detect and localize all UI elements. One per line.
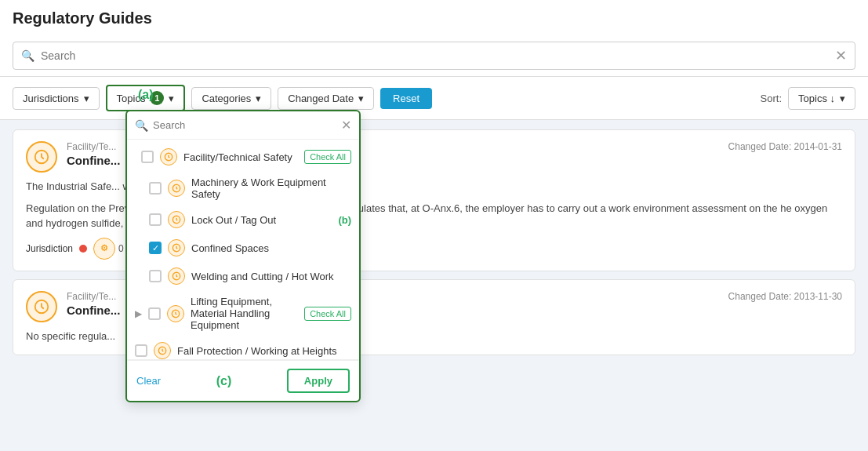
reset-button[interactable]: Reset bbox=[380, 88, 432, 109]
dropdown-search-bar: 🔍 ✕ bbox=[127, 111, 359, 140]
jurisdictions-label: Jurisdictions bbox=[23, 93, 79, 104]
welding-checkbox[interactable] bbox=[149, 270, 162, 282]
search-input[interactable] bbox=[41, 49, 835, 62]
categories-chevron-icon: ▾ bbox=[256, 93, 261, 104]
dropdown-search-input[interactable] bbox=[153, 119, 336, 131]
confined-checkbox[interactable] bbox=[149, 242, 162, 254]
jurisdiction-label: Jurisdiction bbox=[26, 243, 73, 254]
lifting-topic-label: Lifting Equipment, Material Handling Equ… bbox=[191, 296, 298, 331]
dropdown-item-lockout[interactable]: Lock Out / Tag Out (b) bbox=[127, 205, 359, 234]
clear-button[interactable]: Clear bbox=[136, 375, 161, 387]
fall-checkbox[interactable] bbox=[135, 344, 147, 357]
sort-section: Sort: Topics ↓ ▾ bbox=[761, 87, 855, 110]
categories-label: Categories bbox=[202, 93, 251, 104]
lockout-topic-label: Lock Out / Tag Out bbox=[191, 214, 332, 226]
facility-topic-label: Facility/Technical Safety bbox=[183, 151, 298, 163]
dropdown-search-icon: 🔍 bbox=[135, 119, 148, 132]
sort-select[interactable]: Topics ↓ ▾ bbox=[788, 87, 855, 110]
lifting-expand-arrow[interactable]: ▶ bbox=[135, 308, 142, 319]
page-title: Regulatory Guides bbox=[13, 9, 855, 35]
dropdown-search-clear-icon[interactable]: ✕ bbox=[341, 118, 351, 133]
topics-dropdown: (a) 🔍 ✕ Facility/Technical Safety Check … bbox=[125, 110, 361, 402]
dropdown-item-facility[interactable]: Facility/Technical Safety Check All bbox=[127, 143, 359, 171]
dropdown-list: Facility/Technical Safety Check All Mach… bbox=[127, 140, 359, 359]
sort-chevron-icon: ▾ bbox=[840, 93, 845, 104]
annotation-b-label: (b) bbox=[338, 214, 351, 226]
lockout-topic-icon bbox=[168, 211, 185, 228]
changed-date: Changed Date: 2014-01-31 bbox=[728, 141, 842, 152]
dropdown-item-fall[interactable]: Fall Protection / Working at Heights bbox=[127, 336, 359, 359]
dropdown-item-machinery[interactable]: Machinery & Work Equipment Safety bbox=[127, 171, 359, 205]
facility-checkbox[interactable] bbox=[141, 151, 154, 163]
jurisdiction-dot bbox=[79, 245, 87, 253]
changed-date-filter-btn[interactable]: Changed Date ▾ bbox=[278, 87, 374, 110]
jurisdictions-filter-btn[interactable]: Jurisdictions ▾ bbox=[13, 87, 100, 110]
dropdown-item-confined[interactable]: Confined Spaces bbox=[127, 234, 359, 262]
topics-chevron-icon: ▾ bbox=[169, 93, 174, 104]
confined-topic-icon bbox=[168, 239, 185, 256]
app-container: Regulatory Guides 🔍 ✕ Jurisdictions ▾ To… bbox=[0, 0, 868, 451]
lockout-checkbox[interactable] bbox=[149, 213, 162, 226]
jurisdictions-chevron-icon: ▾ bbox=[84, 93, 89, 104]
lifting-topic-icon bbox=[167, 305, 184, 322]
welding-topic-label: Welding and Cutting / Hot Work bbox=[191, 271, 351, 282]
sort-value: Topics ↓ bbox=[798, 93, 835, 104]
dropdown-footer: Clear (c) Apply bbox=[127, 360, 359, 401]
categories-filter-btn[interactable]: Categories ▾ bbox=[191, 87, 271, 110]
search-icon: 🔍 bbox=[21, 49, 35, 62]
welding-topic-icon bbox=[168, 267, 185, 285]
search-clear-icon[interactable]: ✕ bbox=[835, 47, 847, 64]
dropdown-item-lifting[interactable]: ▶ Lifting Equipment, Material Handling E… bbox=[127, 290, 359, 336]
meta-icon-orange: ⚙ bbox=[93, 238, 115, 260]
changed-date-chevron-icon: ▾ bbox=[358, 93, 364, 104]
annotation-a-label: (a) bbox=[138, 88, 154, 102]
changed-date-2: Changed Date: 2013-11-30 bbox=[728, 291, 842, 302]
machinery-topic-label: Machinery & Work Equipment Safety bbox=[191, 176, 351, 200]
card-icon bbox=[26, 141, 57, 173]
apply-button[interactable]: Apply bbox=[287, 369, 350, 393]
fall-topic-label: Fall Protection / Working at Heights bbox=[177, 345, 351, 357]
sort-label: Sort: bbox=[761, 93, 782, 104]
lifting-checkbox[interactable] bbox=[148, 307, 161, 320]
annotation-c-label: (c) bbox=[216, 374, 232, 388]
dropdown-item-welding[interactable]: Welding and Cutting / Hot Work bbox=[127, 262, 359, 290]
changed-date-label: Changed Date bbox=[288, 93, 354, 104]
machinery-topic-icon bbox=[168, 180, 185, 197]
search-bar: 🔍 ✕ bbox=[13, 42, 855, 70]
facility-topic-icon bbox=[160, 148, 177, 165]
confined-topic-label: Confined Spaces bbox=[191, 242, 351, 254]
machinery-checkbox[interactable] bbox=[149, 182, 162, 195]
facility-check-all-btn[interactable]: Check All bbox=[304, 150, 351, 164]
lifting-check-all-btn[interactable]: Check All bbox=[304, 307, 351, 321]
header: Regulatory Guides 🔍 ✕ bbox=[0, 0, 868, 77]
fall-topic-icon bbox=[154, 342, 171, 359]
meta-count-orange: 0 bbox=[118, 243, 124, 254]
card-icon-2 bbox=[26, 291, 57, 322]
